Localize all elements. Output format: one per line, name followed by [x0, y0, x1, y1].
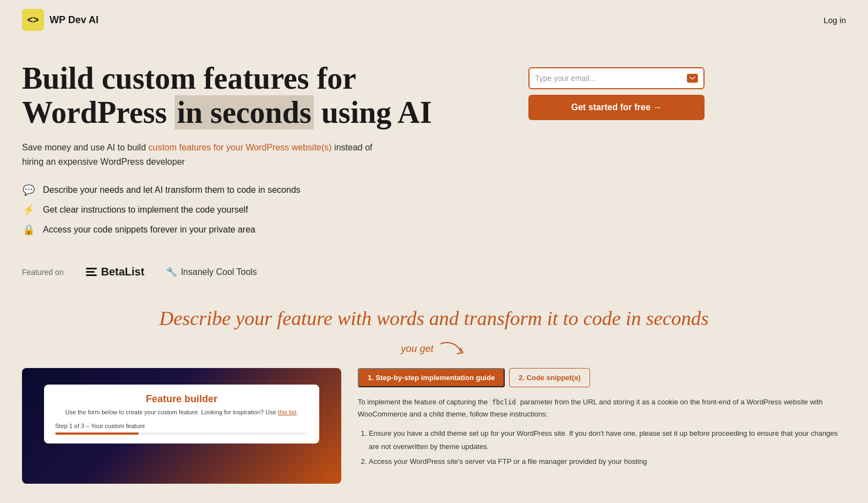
subtitle-link[interactable]: custom features for your WordPress websi… [148, 143, 331, 152]
demo-card-title: Feature builder [55, 393, 308, 405]
chat-icon: 💬 [22, 184, 35, 196]
betalist-name: BetaList [101, 266, 145, 278]
hero-title-line1: Build custom features for [22, 61, 356, 95]
demo-list-item-2: Access your WordPress site's server via … [369, 455, 846, 468]
demo-progress-bar [55, 432, 308, 435]
betalist-logo: BetaList [86, 266, 145, 278]
feature-list: 💬 Describe your needs and let AI transfo… [22, 184, 495, 236]
login-link[interactable]: Log in [823, 15, 846, 25]
hero-subtitle: Save money and use AI to build custom fe… [22, 140, 396, 169]
feature-item-2: ⚡ Get clear instructions to implement th… [22, 204, 495, 216]
demo-tab-2[interactable]: 2. Code snippet(s) [509, 368, 590, 387]
demo-card-subtitle: Use the form below to create your custom… [55, 408, 308, 417]
you-get-text: you get [401, 342, 467, 357]
cta-button[interactable]: Get started for free → [528, 95, 705, 120]
brand: <> WP Dev AI [22, 9, 99, 31]
code-snippet: fbclid [490, 398, 518, 407]
demo-card-step: Step 1 of 3 – Your custom feature [55, 423, 308, 429]
demo-description: To implement the feature of capturing th… [358, 396, 846, 420]
lock-icon: 🔒 [22, 224, 35, 236]
email-input[interactable] [535, 72, 687, 85]
betalist-line-1 [86, 268, 97, 269]
lightning-icon: ⚡ [22, 204, 35, 216]
demo-card-link[interactable]: this list [278, 409, 297, 415]
demo-tab-1[interactable]: 1. Step-by-step implementation guide [358, 368, 505, 387]
brand-name: WP Dev AI [50, 14, 99, 26]
demo-screenshot: Feature builder Use the form below to cr… [22, 368, 341, 484]
hero-title-line2-plain: WordPress [22, 95, 174, 129]
demo-right: 1. Step-by-step implementation guide 2. … [358, 368, 846, 470]
you-get-wrapper: you get [0, 337, 868, 368]
demo-tabs: 1. Step-by-step implementation guide 2. … [358, 368, 846, 387]
demo-section: Feature builder Use the form below to cr… [0, 368, 868, 484]
svg-rect-0 [689, 76, 696, 81]
betalist-icon [86, 268, 97, 276]
hero-section: Build custom features for WordPress in s… [0, 40, 868, 252]
section-describe: Describe your feature with words and tra… [0, 284, 868, 337]
feature-text-3: Access your code snippets forever in you… [43, 225, 255, 235]
feature-text-1: Describe your needs and let AI transform… [43, 185, 301, 195]
you-get-label: you get [401, 343, 433, 354]
feature-text-2: Get clear instructions to implement the … [43, 205, 248, 215]
email-input-wrapper [528, 67, 705, 89]
demo-list-item-1: Ensure you have a child theme set up for… [369, 427, 846, 453]
hero-right: Get started for free → [528, 67, 705, 120]
logo-icon: <> [22, 9, 44, 31]
featured-on-section: Featured on BetaList 🔧 Insanely Cool Too… [0, 252, 868, 284]
hero-title-highlight: in seconds [174, 95, 313, 129]
betalist-line-2 [86, 271, 95, 273]
demo-list: Ensure you have a child theme set up for… [358, 427, 846, 468]
hero-title: Build custom features for WordPress in s… [22, 62, 495, 129]
email-icon [687, 74, 698, 83]
insanely-cool-label: Insanely Cool Tools [181, 267, 256, 277]
navbar: <> WP Dev AI Log in [0, 0, 868, 40]
describe-title: Describe your feature with words and tra… [22, 306, 846, 332]
insanely-cool-tools: 🔧 Insanely Cool Tools [166, 267, 256, 277]
feature-item-3: 🔒 Access your code snippets forever in y… [22, 224, 495, 236]
feature-item-1: 💬 Describe your needs and let AI transfo… [22, 184, 495, 196]
betalist-line-3 [86, 274, 97, 276]
hero-title-line2-end: using AI [314, 95, 432, 129]
demo-progress-fill [55, 432, 139, 435]
demo-inner-card: Feature builder Use the form below to cr… [44, 385, 319, 443]
hero-left: Build custom features for WordPress in s… [22, 62, 495, 236]
featured-label: Featured on [22, 268, 64, 277]
arrow-icon [440, 342, 467, 357]
wrench-icon: 🔧 [166, 267, 177, 277]
